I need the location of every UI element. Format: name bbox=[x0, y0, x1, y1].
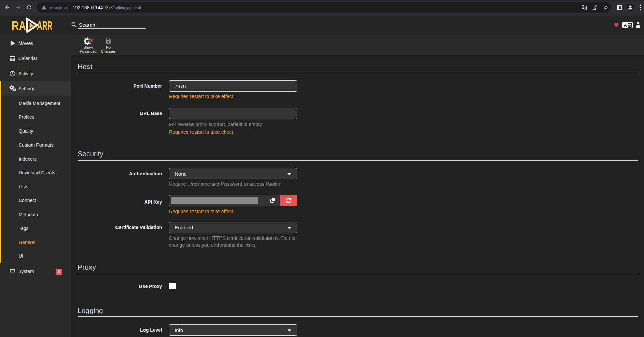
svg-text:ARR: ARR bbox=[37, 19, 53, 33]
svg-text:RA: RA bbox=[11, 19, 26, 33]
